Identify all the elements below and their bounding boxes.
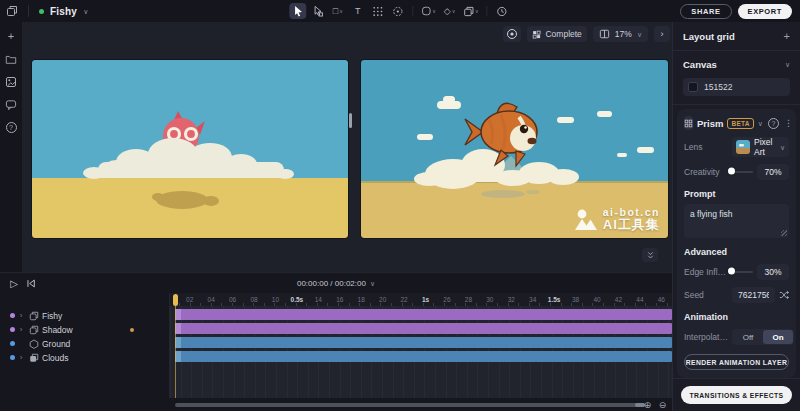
comments-icon[interactable] [5, 99, 17, 111]
prism-chevron-down-icon[interactable]: ∨ [758, 120, 763, 127]
frame-tool-button[interactable]: □ ∨ [329, 3, 346, 19]
chevron-down-icon: ∨ [475, 8, 479, 14]
playhead-line [175, 306, 176, 398]
ruler-tick: 08 [243, 296, 264, 303]
frame-1[interactable] [32, 60, 348, 238]
export-button[interactable]: EXPORT [738, 4, 792, 19]
layer-row-clouds[interactable]: › Clouds [0, 351, 169, 364]
track-bar-ground[interactable] [175, 337, 672, 348]
creativity-label: Creativity [684, 167, 728, 177]
creativity-value[interactable]: 70% [757, 164, 789, 180]
layer-row-shadow[interactable]: › Shadow [0, 323, 169, 336]
track-bar-clouds[interactable] [175, 351, 672, 362]
color-hex-value: 151522 [704, 82, 732, 92]
render-animation-layer-button[interactable]: RENDER ANIMATION LAYER [684, 354, 789, 370]
text-tool-icon: T [355, 6, 361, 16]
prompt-input[interactable]: a flying fish [684, 204, 789, 238]
ruler-tick: 22 [393, 296, 414, 303]
ruler-tick: 32 [501, 296, 522, 303]
interpolation-off-button[interactable]: Off [733, 330, 763, 344]
expand-icon[interactable]: › [15, 353, 27, 362]
canvas-chevron-down-icon[interactable]: ∨ [785, 61, 790, 68]
node-tool-button[interactable] [309, 3, 326, 19]
prism-section: Prism BETA ∨ ? ⋮ Lens Pixel Art ∨ [677, 109, 796, 378]
document-title: Fishy [50, 6, 77, 17]
edge-influence-slider[interactable] [732, 271, 753, 273]
history-tool-button[interactable] [494, 3, 511, 19]
rotate-tool-button[interactable] [389, 3, 406, 19]
app-logo-icon[interactable] [6, 5, 18, 17]
prompt-value: a flying fish [690, 209, 733, 219]
frame-divider-handle[interactable] [349, 113, 352, 128]
record-button[interactable] [503, 26, 521, 42]
assets-icon[interactable] [5, 76, 17, 88]
layers-tool-button[interactable]: ∨ [461, 3, 481, 19]
creativity-slider-knob[interactable] [728, 168, 735, 175]
text-tool-button[interactable]: T [349, 3, 366, 19]
playhead[interactable] [173, 294, 178, 306]
layer-name: Fishy [42, 311, 62, 321]
advanced-label: Advanced [684, 247, 789, 257]
zoom-chevron-down-icon: ∨ [637, 31, 642, 38]
ruler-tick: 46 [651, 296, 672, 303]
track-bar-shadow[interactable] [175, 323, 672, 334]
expand-icon[interactable]: › [15, 325, 27, 334]
complete-label: Complete [545, 29, 581, 39]
watermark-logo-icon [574, 208, 598, 232]
frame-2[interactable]: ai-bot.cn AI工具集 [361, 60, 668, 238]
interpolation-on-button[interactable]: On [763, 330, 793, 344]
timeline-scroll-row: ⊕ ⊖ [0, 398, 672, 411]
timeline-zoom-out-button[interactable]: ⊖ [657, 399, 668, 410]
ruler-tick: 06 [222, 296, 243, 303]
zoom-control[interactable]: 17% ∨ [593, 26, 648, 42]
ruler-tick: 30 [479, 296, 500, 303]
right-panel: Layout grid + Canvas ∨ 151522 Prism BETA [672, 22, 800, 411]
layers-panel: › Fishy › Shadow [0, 293, 170, 398]
resize-handle[interactable] [781, 230, 787, 236]
lens-label: Lens [684, 142, 728, 152]
prism-help-icon[interactable]: ? [768, 118, 779, 129]
divider [673, 104, 800, 105]
color-swatch[interactable] [688, 82, 698, 92]
watermark: ai-bot.cn AI工具集 [574, 207, 660, 232]
canvas-area[interactable]: Complete 17% ∨ › [22, 22, 672, 272]
creativity-slider[interactable] [732, 171, 753, 173]
title-chevron-down-icon[interactable]: ∨ [83, 8, 88, 15]
timeline-zoom-in-button[interactable]: ⊕ [642, 399, 653, 410]
add-layout-grid-button[interactable]: + [784, 30, 790, 42]
beta-badge: BETA [727, 118, 753, 129]
collapse-panel-button[interactable] [642, 248, 658, 262]
status-dot [39, 9, 44, 14]
component-tool-button[interactable]: ◇ ∨ [441, 3, 458, 19]
prism-menu-icon[interactable]: ⋮ [784, 118, 793, 128]
seed-input[interactable] [732, 287, 775, 303]
time-display[interactable]: 00:00:00 / 00:02:00 ∨ [297, 279, 375, 288]
pixel-grid-tool-button[interactable] [369, 3, 386, 19]
edge-influence-slider-knob[interactable] [728, 268, 735, 275]
time-chevron-down-icon: ∨ [370, 280, 375, 287]
expand-icon[interactable]: › [15, 311, 27, 320]
seed-shuffle-icon[interactable] [779, 290, 789, 300]
canvas-color-field[interactable]: 151522 [683, 78, 790, 96]
lens-dropdown[interactable]: Pixel Art ∨ [732, 137, 789, 157]
share-button[interactable]: SHARE [680, 4, 731, 19]
complete-button[interactable]: Complete [527, 26, 586, 42]
horizontal-scrollbar[interactable] [175, 403, 645, 407]
timeline-ruler[interactable]: 02040608100.5s14161820221s26283032341.5s… [170, 293, 672, 306]
add-icon[interactable]: + [5, 30, 17, 42]
layer-name: Shadow [42, 325, 73, 335]
layer-row-fishy[interactable]: › Fishy [0, 309, 169, 322]
select-tool-button[interactable] [289, 3, 306, 19]
edge-influence-value[interactable]: 30% [757, 264, 789, 280]
complete-icon [532, 30, 541, 39]
play-button[interactable]: ▷ [6, 276, 22, 290]
layer-row-ground[interactable]: Ground [0, 337, 169, 350]
skip-to-start-button[interactable] [22, 276, 38, 290]
shape-tool-button[interactable]: ∨ [419, 3, 438, 19]
help-icon[interactable]: ? [6, 122, 17, 133]
canvas-controls: Complete 17% ∨ › [503, 26, 670, 42]
track-bar-fishy[interactable] [175, 309, 672, 320]
folder-icon[interactable] [5, 53, 17, 65]
next-page-button[interactable]: › [654, 26, 670, 42]
transitions-effects-button[interactable]: TRANSITIONS & EFFECTS [681, 386, 792, 404]
